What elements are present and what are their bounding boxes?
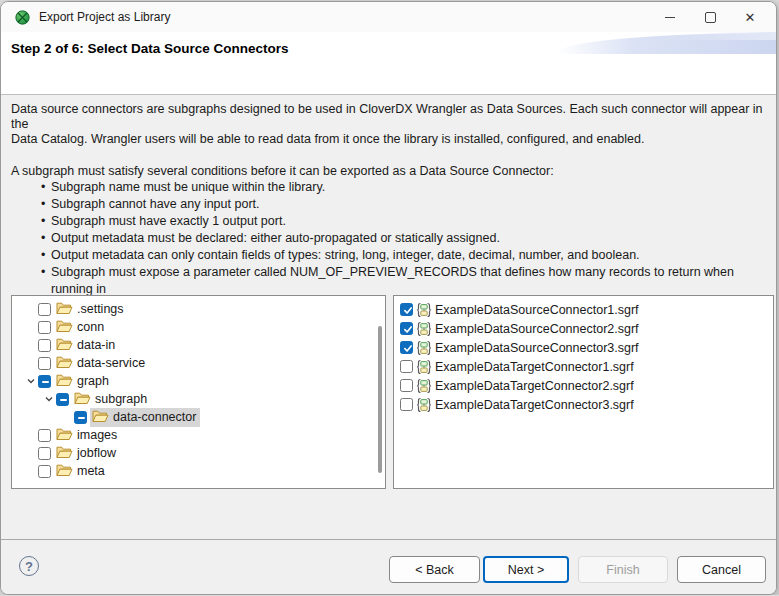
file-item[interactable]: ExampleDataSourceConnector3.sgrf xyxy=(394,338,773,357)
checkbox-checked[interactable] xyxy=(400,303,413,316)
tree-item-label-wrap[interactable]: data-service xyxy=(54,354,149,373)
close-icon: ✕ xyxy=(745,11,756,24)
checkbox-unchecked[interactable] xyxy=(400,398,413,411)
tree-item-data-service[interactable]: data-service xyxy=(12,354,385,372)
folder-icon xyxy=(56,355,73,372)
folder-icon xyxy=(56,373,73,390)
tree-item-data-connector[interactable]: data-connector xyxy=(12,408,385,426)
description-line: Data source connectors are subgraphs des… xyxy=(11,102,771,132)
file-item-label: ExampleDataSourceConnector1.sgrf xyxy=(435,303,639,317)
tristate-checkbox[interactable] xyxy=(56,393,69,406)
folder-icon xyxy=(56,337,73,354)
chevron-down-icon[interactable] xyxy=(24,376,38,386)
checkbox-checked[interactable] xyxy=(400,341,413,354)
tristate-checkbox[interactable] xyxy=(38,375,51,388)
checkbox-unchecked[interactable] xyxy=(400,379,413,392)
tree-item-label-wrap[interactable]: subgraph xyxy=(72,390,151,409)
tree-item-label: jobflow xyxy=(77,446,116,460)
tree-item-settings[interactable]: .settings xyxy=(12,300,385,318)
button-bar: ? < Back Next > Finish Cancel xyxy=(1,539,776,594)
checkbox-unchecked[interactable] xyxy=(38,339,51,352)
description-line: Data Catalog. Wrangler users will be abl… xyxy=(11,132,771,147)
tree-item-data-in[interactable]: data-in xyxy=(12,336,385,354)
tree-item-conn[interactable]: conn xyxy=(12,318,385,336)
tree-item-images[interactable]: images xyxy=(12,426,385,444)
project-folder-tree-panel: .settingsconndata-indata-servicegraphsub… xyxy=(11,295,386,489)
banner-swoosh-highlight xyxy=(656,32,776,40)
tree-item-label: subgraph xyxy=(95,392,147,406)
condition-bullet: Subgraph must expose a parameter called … xyxy=(11,264,771,298)
help-button[interactable]: ? xyxy=(19,556,39,576)
tree-item-graph[interactable]: graph xyxy=(12,372,385,390)
conditions-bullet-list: Subgraph name must be unique within the … xyxy=(11,179,771,298)
checkbox-unchecked[interactable] xyxy=(38,447,51,460)
tristate-checkbox[interactable] xyxy=(74,411,87,424)
finish-button[interactable]: Finish xyxy=(578,556,668,583)
question-mark-icon: ? xyxy=(25,559,33,574)
tree-item-label-wrap[interactable]: conn xyxy=(54,318,108,337)
maximize-button[interactable] xyxy=(690,2,730,32)
maximize-icon xyxy=(705,12,716,23)
file-item[interactable]: ExampleDataSourceConnector1.sgrf xyxy=(394,300,773,319)
next-button[interactable]: Next > xyxy=(483,556,569,583)
subgraph-file-icon xyxy=(416,397,432,413)
subgraph-file-icon xyxy=(416,340,432,356)
tree-item-meta[interactable]: meta xyxy=(12,462,385,480)
tree-item-label: data-service xyxy=(77,356,145,370)
tree-item-label-wrap[interactable]: .settings xyxy=(54,300,128,319)
conditions-intro: A subgraph must satisfy several conditio… xyxy=(11,164,771,179)
tree-item-label: .settings xyxy=(77,302,124,316)
tree-item-label: data-connector xyxy=(113,410,196,424)
tree-item-label-wrap[interactable]: images xyxy=(54,426,121,445)
description-text: Data source connectors are subgraphs des… xyxy=(11,102,771,315)
back-button[interactable]: < Back xyxy=(389,556,480,583)
folder-icon xyxy=(92,409,109,426)
folder-icon xyxy=(56,463,73,480)
subgraph-file-icon xyxy=(416,359,432,375)
chevron-down-icon[interactable] xyxy=(42,394,56,404)
checkbox-unchecked[interactable] xyxy=(38,465,51,478)
subgraph-file-icon xyxy=(416,321,432,337)
tree-item-label-wrap[interactable]: graph xyxy=(54,372,113,391)
window-title: Export Project as Library xyxy=(39,10,170,24)
tree-vertical-scrollbar[interactable] xyxy=(378,326,382,473)
checkbox-unchecked[interactable] xyxy=(38,429,51,442)
folder-icon xyxy=(74,391,91,408)
tree-item-jobflow[interactable]: jobflow xyxy=(12,444,385,462)
tree-item-label: meta xyxy=(77,464,105,478)
file-item[interactable]: ExampleDataTargetConnector2.sgrf xyxy=(394,376,773,395)
minimize-button[interactable] xyxy=(650,2,690,32)
step-title: Step 2 of 6: Select Data Source Connecto… xyxy=(11,41,289,56)
tree-item-label-wrap[interactable]: data-in xyxy=(54,336,119,355)
tree-item-label-wrap[interactable]: meta xyxy=(54,462,109,481)
condition-bullet: Output metadata must be declared: either… xyxy=(11,230,771,247)
close-button[interactable]: ✕ xyxy=(730,2,770,32)
checkbox-unchecked[interactable] xyxy=(38,303,51,316)
cloverdx-logo-icon xyxy=(15,10,30,25)
tree-item-label-wrap[interactable]: jobflow xyxy=(54,444,120,463)
condition-bullet: Output metadata can only contain fields … xyxy=(11,247,771,264)
condition-bullet: Subgraph cannot have any input port. xyxy=(11,196,771,213)
checkbox-unchecked[interactable] xyxy=(400,360,413,373)
subgraph-file-icon xyxy=(416,378,432,394)
file-item-label: ExampleDataSourceConnector2.sgrf xyxy=(435,322,639,336)
cancel-button[interactable]: Cancel xyxy=(677,556,766,583)
tree-item-label: images xyxy=(77,428,117,442)
checkbox-unchecked[interactable] xyxy=(38,321,51,334)
checkbox-checked[interactable] xyxy=(400,322,413,335)
tree-item-label-wrap[interactable]: data-connector xyxy=(90,408,200,427)
file-item-label: ExampleDataTargetConnector1.sgrf xyxy=(435,360,634,374)
file-item[interactable]: ExampleDataTargetConnector1.sgrf xyxy=(394,357,773,376)
tree-item-label: graph xyxy=(77,374,109,388)
tree-item-label: data-in xyxy=(77,338,115,352)
export-project-as-library-dialog: Export Project as Library ✕ Step 2 of 6:… xyxy=(0,1,777,595)
folder-icon xyxy=(56,445,73,462)
tree-item-subgraph[interactable]: subgraph xyxy=(12,390,385,408)
wizard-banner: Step 2 of 6: Select Data Source Connecto… xyxy=(1,32,776,95)
minimize-icon xyxy=(665,17,675,18)
file-item[interactable]: ExampleDataSourceConnector2.sgrf xyxy=(394,319,773,338)
file-item[interactable]: ExampleDataTargetConnector3.sgrf xyxy=(394,395,773,414)
folder-icon xyxy=(56,427,73,444)
condition-bullet: Subgraph name must be unique within the … xyxy=(11,179,771,196)
checkbox-unchecked[interactable] xyxy=(38,357,51,370)
